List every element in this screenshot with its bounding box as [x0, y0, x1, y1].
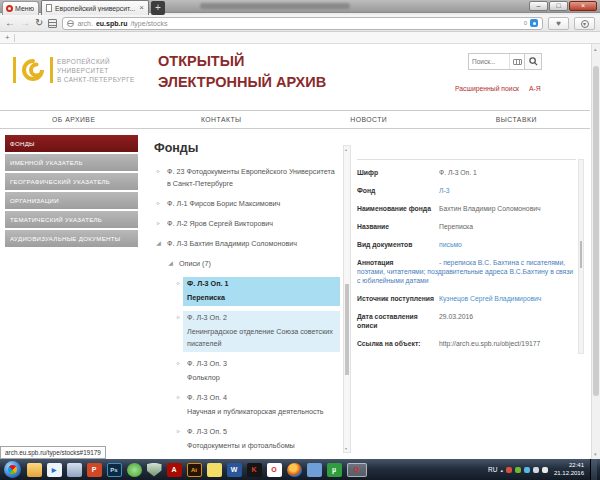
tree-row[interactable]: ▹ Ф. Л-1 Фирсов Борис Максимович — [152, 197, 340, 212]
tree-row[interactable]: ▹ Ф. Л-3 Оп. 5 Фотодокументы и фотоальбо… — [152, 425, 340, 454]
page-scrollbar[interactable]: ▴ ▾ — [591, 44, 600, 459]
tree-row[interactable]: ◢ Ф. Л-3 Бахтин Владимир Соломонович — [152, 237, 340, 252]
tree-item-label[interactable]: Ф. Л-3 Оп. 1 — [187, 278, 336, 290]
tree-collapse-icon[interactable]: ◢ — [154, 237, 163, 252]
taskbar-firefox-icon[interactable] — [287, 463, 302, 477]
taskbar-shield-icon[interactable] — [147, 463, 162, 477]
taskbar-photoshop-icon[interactable]: Ps — [107, 463, 122, 477]
tray-volume-icon[interactable] — [542, 467, 548, 473]
add-bookmark-icon[interactable]: + — [5, 33, 10, 42]
bookmark-heart-button[interactable]: ♥ — [548, 17, 569, 30]
taskbar-kaspersky-icon[interactable]: K — [247, 463, 262, 477]
show-desktop-button[interactable] — [590, 459, 597, 480]
search-input[interactable] — [469, 54, 509, 69]
sidebar-item-geo-index[interactable]: ГЕОГРАФИЧЕСКИЙ УКАЗАТЕЛЬ — [5, 173, 138, 190]
az-index-link[interactable]: А-Я — [529, 85, 541, 92]
advanced-search-link[interactable]: Расширенный поиск — [455, 85, 519, 92]
scroll-down-icon[interactable]: ▾ — [594, 451, 597, 457]
tree-expand-icon[interactable]: ▹ — [174, 311, 183, 352]
taskbar-illustrator-icon[interactable]: Ai — [187, 463, 202, 477]
tree-item-label[interactable]: Ф. Л-2 Яров Сергей Викторович — [167, 218, 336, 230]
tree-item-sublabel[interactable]: Фотодокументы и фотоальбомы — [187, 440, 336, 452]
tray-network-icon[interactable] — [533, 467, 539, 473]
tray-kaspersky-icon[interactable] — [506, 467, 512, 473]
address-bar[interactable]: arch. eu.spb.ru /type/stocks 0 — [62, 17, 543, 30]
tree-item-label[interactable]: Описи (7) — [179, 258, 336, 270]
sidebar-item-name-index[interactable]: ИМЕННОЙ УКАЗАТЕЛЬ — [5, 154, 138, 171]
doc-type-link[interactable]: письмо — [439, 240, 576, 249]
tree-expand-icon[interactable]: ▹ — [154, 165, 163, 192]
tree-item-sublabel[interactable]: Научная и публикаторская деятельность — [187, 406, 336, 418]
tree-row[interactable]: ▹ Ф. Л-2 Яров Сергей Викторович — [152, 217, 340, 232]
taskbar-acrobat-icon[interactable]: A — [167, 463, 182, 477]
minimize-button[interactable]: – — [529, 1, 548, 11]
tray-utorrent-icon[interactable] — [515, 467, 521, 473]
nav-news[interactable]: НОВОСТИ — [295, 111, 443, 128]
tree-item-label[interactable]: Ф. Л-3 Оп. 3 — [187, 358, 336, 370]
details-scrollbar[interactable] — [578, 159, 584, 354]
tray-update-icon[interactable] — [524, 467, 530, 473]
taskbar-qip-icon[interactable] — [127, 463, 142, 477]
tree-expand-icon[interactable]: ▹ — [174, 277, 183, 306]
tree-item-label[interactable]: Ф. Л-3 Оп. 4 — [187, 392, 336, 404]
tree-item-label[interactable]: Ф. 23 Фотодокументы Европейского Универс… — [167, 166, 336, 190]
taskbar-opera-active-icon[interactable]: O — [347, 463, 367, 477]
virtual-keyboard-button[interactable] — [509, 54, 524, 69]
scrollbar-thumb[interactable] — [593, 66, 599, 396]
sidebar-item-audiovisual[interactable]: АУДИОВИЗУАЛЬНЫЕ ДОКУМЕНТЫ — [5, 230, 138, 247]
tree-scrollbar[interactable]: ▴ ▾ — [343, 145, 351, 453]
nav-contacts[interactable]: КОНТАКТЫ — [148, 111, 296, 128]
close-button[interactable]: × — [569, 1, 597, 11]
taskbar-sticky-notes-icon[interactable] — [207, 463, 222, 477]
tree-item-label[interactable]: Ф. Л-3 Бахтин Владимир Соломонович — [167, 238, 336, 250]
tree-collapse-icon[interactable]: ◢ — [166, 257, 175, 272]
sidebar-item-organizations[interactable]: ОРГАНИЗАЦИИ — [5, 192, 138, 209]
taskbar-media-player-icon[interactable]: ▶ — [47, 463, 62, 477]
shield-badge-icon[interactable] — [530, 19, 538, 27]
scroll-up-icon[interactable]: ▴ — [345, 147, 347, 152]
search-button[interactable] — [524, 54, 541, 69]
source-person-link[interactable]: Кузнецов Сергей Владимирович — [439, 294, 576, 303]
tree-expand-icon[interactable]: ▹ — [154, 197, 163, 212]
maximize-button[interactable]: □ — [549, 1, 568, 11]
new-tab-button[interactable]: + — [151, 1, 165, 15]
tree-row[interactable]: ▹ Ф. Л-3 Оп. 4 Научная и публикаторская … — [152, 391, 340, 420]
tree-expand-icon[interactable]: ▹ — [174, 391, 183, 420]
tree-item-label[interactable]: Ф. Л-3 Оп. 2 — [187, 312, 336, 324]
taskbar-word-icon[interactable]: W — [227, 463, 242, 477]
tree-item-sublabel[interactable]: Переписка — [187, 292, 336, 304]
nav-about[interactable]: ОБ АРХИВЕ — [0, 111, 148, 128]
tree-item-sublabel[interactable]: Ленинградское отделение Союза советских … — [187, 326, 336, 350]
tree-row[interactable]: ▹ Ф. Л-3 Оп. 2 Ленинградское отделение С… — [152, 311, 340, 352]
scrollbar-thumb[interactable] — [345, 284, 349, 376]
taskbar-network-icon[interactable] — [307, 463, 322, 477]
tree-item-label[interactable]: Ф. Л-1 Фирсов Борис Максимович — [167, 198, 336, 210]
taskbar-opera-icon[interactable]: O — [267, 463, 282, 477]
scrollbar-thumb[interactable] — [580, 241, 582, 268]
nav-exhibitions[interactable]: ВЫСТАВКИ — [443, 111, 591, 128]
taskbar-powerpoint-icon[interactable]: P — [87, 463, 102, 477]
tree-expand-icon[interactable]: ▹ — [174, 357, 183, 386]
tree-expand-icon[interactable]: ▹ — [154, 217, 163, 232]
opera-menu-button[interactable]: Меню — [2, 1, 39, 15]
speed-dial-icon[interactable] — [48, 19, 57, 28]
tree-row-selected[interactable]: ▹ Ф. Л-3 Оп. 1 Переписка — [152, 277, 340, 306]
tree-row[interactable]: ▹ Ф. Л-3 Оп. 3 Фольклор — [152, 357, 340, 386]
fund-link[interactable]: Л-3 — [439, 186, 576, 195]
taskbar-calculator-icon[interactable] — [67, 463, 82, 477]
taskbar-utorrent-icon[interactable]: µ — [327, 463, 342, 477]
tree-row[interactable]: ▹ Ф. 23 Фотодокументы Европейского Униве… — [152, 165, 340, 192]
sidebar-item-thematic-index[interactable]: ТЕМАТИЧЕСКИЙ УКАЗАТЕЛЬ — [5, 211, 138, 228]
language-indicator[interactable]: RU — [488, 466, 497, 473]
taskbar-clock[interactable]: 22:41 21.12.2016 — [551, 462, 587, 477]
tree-item-label[interactable]: Ф. Л-3 Оп. 5 — [187, 426, 336, 438]
start-button[interactable] — [4, 461, 21, 478]
tree-item-sublabel[interactable]: Фольклор — [187, 372, 336, 384]
browser-tab[interactable]: Европейский университ... × — [41, 0, 149, 15]
scroll-down-icon[interactable]: ▾ — [345, 446, 347, 451]
downloads-button[interactable]: ▾ — [574, 17, 595, 30]
tree-row[interactable]: ◢ Описи (7) — [152, 257, 340, 272]
taskbar-explorer-icon[interactable] — [27, 463, 42, 477]
scroll-up-icon[interactable]: ▴ — [594, 46, 597, 52]
back-icon[interactable]: ← — [5, 18, 15, 28]
